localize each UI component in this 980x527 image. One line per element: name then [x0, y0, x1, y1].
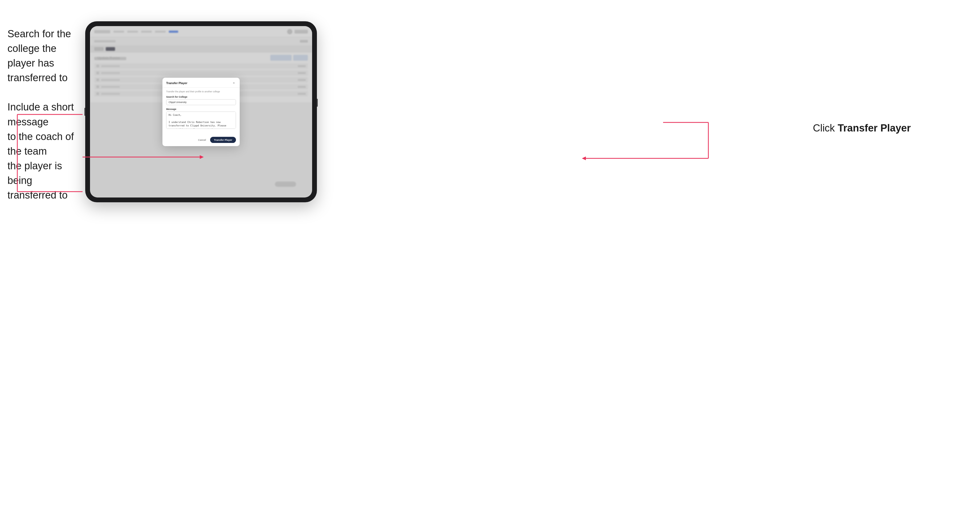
- annotation-left: Search for the college the player has tr…: [8, 27, 82, 203]
- modal-overlay: Transfer Player × Transfer the player an…: [90, 26, 312, 197]
- tablet-device: Update Roster Transfer Player × Transfer…: [85, 21, 317, 202]
- annotation-right: Click Transfer Player: [813, 122, 911, 134]
- svg-marker-7: [582, 157, 586, 160]
- annotation-line-2: player has transferred to: [8, 56, 82, 85]
- tablet-side-button: [84, 108, 86, 116]
- modal-title: Transfer Player: [166, 81, 188, 85]
- annotation-line-5: the player is being: [8, 159, 82, 188]
- annotation-right-bold: Transfer Player: [838, 122, 911, 133]
- tablet-side-button-right: [317, 99, 318, 107]
- transfer-player-modal: Transfer Player × Transfer the player an…: [162, 78, 240, 146]
- annotation-line-1: Search for the college the: [8, 27, 82, 56]
- message-label: Message: [166, 108, 236, 110]
- tablet-screen: Update Roster Transfer Player × Transfer…: [90, 26, 312, 197]
- close-icon[interactable]: ×: [232, 81, 236, 85]
- annotation-right-prefix: Click: [813, 122, 838, 133]
- search-college-label: Search for College: [166, 95, 236, 98]
- cancel-button[interactable]: Cancel: [196, 137, 208, 143]
- modal-subtitle: Transfer the player and their profile to…: [166, 90, 236, 93]
- modal-header: Transfer Player ×: [162, 78, 240, 87]
- modal-body: Transfer the player and their profile to…: [162, 87, 240, 137]
- transfer-player-button[interactable]: Transfer Player: [210, 137, 236, 143]
- annotation-line-4: to the coach of the team: [8, 129, 82, 159]
- annotation-line-6: transferred to: [8, 188, 82, 203]
- search-college-input[interactable]: [166, 99, 236, 105]
- annotation-line-3: Include a short message: [8, 100, 82, 129]
- message-textarea[interactable]: [166, 111, 236, 129]
- modal-footer: Cancel Transfer Player: [162, 137, 240, 146]
